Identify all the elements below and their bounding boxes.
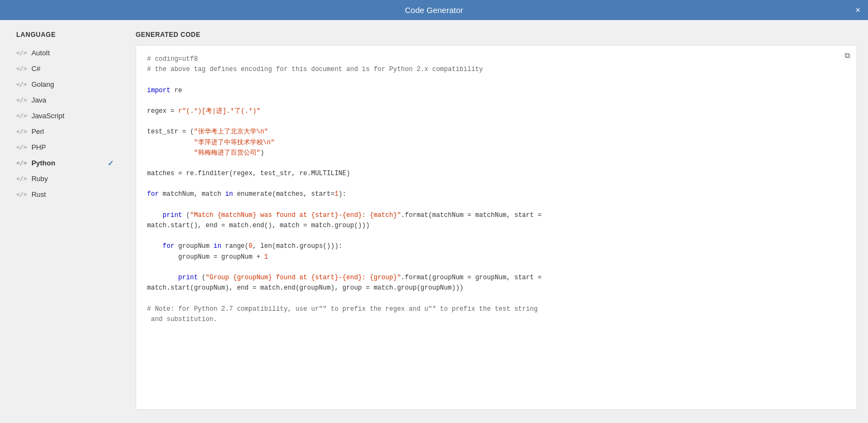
code-line-14: for matchNum, match in enumerate(matches… [147, 189, 846, 200]
code-line-6: regex = r"(.*)[考|进].*了(.*)" [147, 106, 846, 117]
code-line-11 [147, 158, 846, 169]
code-line-17: match.start(), end = match.end(), match … [147, 221, 846, 231]
code-line-18 [147, 231, 846, 241]
sidebar-item-autoit[interactable]: </> AutoIt [0, 45, 130, 61]
code-icon: </> [16, 81, 27, 88]
sidebar-item-ruby[interactable]: </> Ruby [0, 171, 130, 187]
code-icon: </> [16, 112, 27, 119]
code-icon: </> [16, 65, 27, 72]
sidebar-item-perl[interactable]: </> Perl [0, 124, 130, 139]
code-line-21 [147, 262, 846, 273]
code-icon: </> [16, 175, 27, 182]
sidebar: LANGUAGE </> AutoIt </> C# </> Golang </… [0, 20, 130, 423]
sidebar-item-label: C# [31, 65, 41, 73]
sidebar-item-label: Perl [31, 127, 44, 136]
code-icon: </> [16, 49, 27, 56]
code-line-10: "韩梅梅进了百货公司") [147, 148, 846, 158]
close-button[interactable]: × [856, 6, 860, 15]
sidebar-item-python[interactable]: </> Python ✓ [0, 155, 130, 171]
code-line-24 [147, 293, 846, 304]
code-box: ⧉ # coding=utf8 # the above tag defines … [136, 45, 857, 410]
code-line-2: # the above tag defines encoding for thi… [147, 65, 846, 75]
code-line-1: # coding=utf8 [147, 54, 846, 65]
code-line-3 [147, 75, 846, 85]
copy-button[interactable]: ⧉ [845, 51, 850, 60]
sidebar-item-label: Rust [31, 190, 46, 198]
main-header: GENERATED CODE [136, 31, 857, 39]
sidebar-item-label: Golang [31, 80, 54, 88]
window: Code Generator × LANGUAGE </> AutoIt </>… [0, 0, 868, 423]
code-line-4: import re [147, 86, 846, 96]
code-line-8: test_str = ("张华考上了北京大学\n" [147, 127, 846, 137]
sidebar-item-java[interactable]: </> Java [0, 92, 130, 108]
sidebar-item-php[interactable]: </> PHP [0, 139, 130, 155]
window-title: Code Generator [405, 5, 463, 15]
code-line-19: for groupNum in range(0, len(match.group… [147, 241, 846, 252]
code-line-22: print ("Group {groupNum} found at {start… [147, 273, 846, 283]
sidebar-header: LANGUAGE [0, 31, 130, 45]
sidebar-item-label: Ruby [31, 175, 48, 183]
code-icon: </> [16, 191, 27, 198]
code-line-15 [147, 200, 846, 210]
sidebar-item-csharp[interactable]: </> C# [0, 61, 130, 76]
code-line-9: "李萍进了中等技术学校\n" [147, 138, 846, 148]
code-line-13 [147, 179, 846, 189]
titlebar: Code Generator × [0, 0, 868, 20]
code-icon: </> [16, 159, 27, 166]
code-icon: </> [16, 97, 27, 104]
code-line-20: groupNum = groupNum + 1 [147, 252, 846, 262]
code-line-16: print ("Match {matchNum} was found at {s… [147, 210, 846, 221]
code-line-25: # Note: for Python 2.7 compatibility, us… [147, 304, 846, 315]
code-line-5 [147, 96, 846, 106]
sidebar-item-javascript[interactable]: </> JavaScript [0, 108, 130, 124]
sidebar-item-label: Java [31, 96, 46, 104]
sidebar-item-rust[interactable]: </> Rust [0, 187, 130, 202]
code-line-26: and substitution. [147, 315, 846, 325]
code-line-7 [147, 117, 846, 127]
code-icon: </> [16, 128, 27, 135]
main-panel: GENERATED CODE ⧉ # coding=utf8 # the abo… [130, 20, 868, 423]
code-icon: </> [16, 144, 27, 151]
sidebar-item-golang[interactable]: </> Golang [0, 76, 130, 92]
sidebar-item-label: Python [31, 159, 55, 167]
sidebar-item-label: AutoIt [31, 49, 50, 57]
code-line-12: matches = re.finditer(regex, test_str, r… [147, 169, 846, 179]
sidebar-item-label: PHP [31, 143, 46, 151]
sidebar-item-label: JavaScript [31, 112, 65, 120]
selected-checkmark: ✓ [107, 159, 114, 168]
content-area: LANGUAGE </> AutoIt </> C# </> Golang </… [0, 20, 868, 423]
code-line-23: match.start(groupNum), end = match.end(g… [147, 283, 846, 293]
